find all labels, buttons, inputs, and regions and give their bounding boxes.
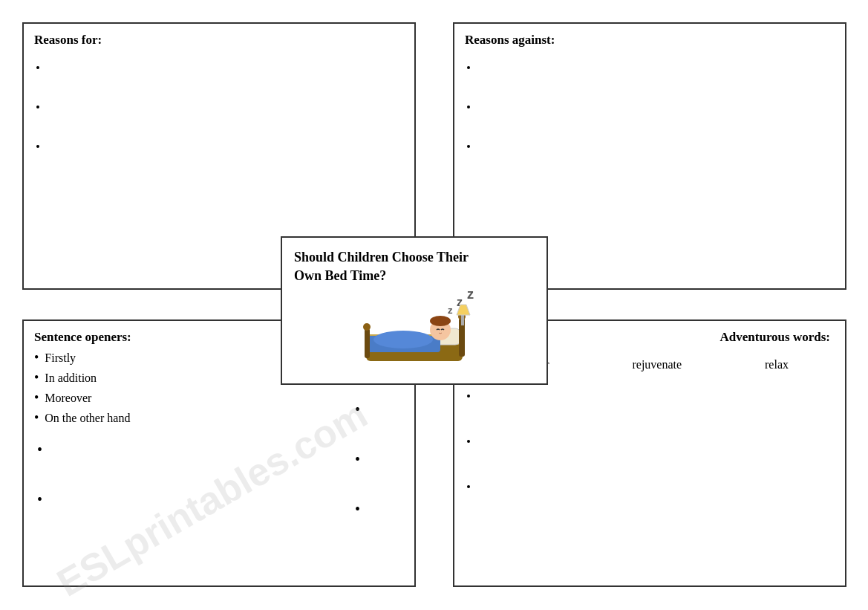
opener-firstly-label: Firstly bbox=[45, 351, 76, 365]
svg-rect-14 bbox=[461, 315, 464, 325]
reasons-against-item-1 bbox=[478, 61, 845, 74]
adv-item-1 bbox=[478, 389, 845, 402]
svg-text:z: z bbox=[448, 305, 453, 316]
blank-bullet-left-2: • bbox=[34, 491, 355, 508]
opener-on-the-other-hand-label: On the other hand bbox=[45, 412, 130, 425]
bullet-dot-1: • bbox=[34, 351, 39, 364]
svg-point-4 bbox=[373, 331, 433, 348]
reasons-against-item-2 bbox=[478, 100, 845, 113]
reasons-against-list bbox=[454, 53, 845, 152]
reasons-for-item-1 bbox=[48, 61, 414, 74]
reasons-against-item-3 bbox=[478, 140, 845, 152]
svg-point-10 bbox=[363, 323, 371, 331]
opener-moreover-label: Moreover bbox=[45, 392, 91, 405]
adventurous-words-list bbox=[454, 382, 845, 493]
blank-bullet-left-1: • bbox=[34, 441, 355, 458]
bullet-dot-3: • bbox=[34, 391, 39, 404]
center-title-box: Should Children Choose Their Own Bed Tim… bbox=[281, 236, 548, 385]
worksheet-page: ESLprintables.com Reasons for: Reasons a… bbox=[0, 0, 868, 610]
reasons-for-title: Reasons for: bbox=[24, 24, 414, 53]
reasons-for-item-2 bbox=[48, 100, 414, 113]
center-title-text: Should Children Choose Their Own Bed Tim… bbox=[294, 248, 469, 285]
adv-item-3 bbox=[478, 480, 845, 493]
adv-item-2 bbox=[478, 435, 845, 447]
sleeping-boy-illustration: z z z bbox=[344, 290, 485, 374]
reasons-for-item-3 bbox=[48, 140, 414, 152]
reasons-for-list bbox=[24, 53, 414, 152]
vocab-word-rejuvenate: rejuvenate bbox=[632, 358, 682, 371]
opener-in-addition-label: In addition bbox=[45, 371, 97, 385]
vocab-word-relax: relax bbox=[765, 358, 789, 371]
svg-rect-9 bbox=[365, 328, 370, 358]
reasons-against-title: Reasons against: bbox=[454, 24, 845, 53]
svg-text:z: z bbox=[467, 290, 474, 302]
svg-point-6 bbox=[430, 316, 451, 326]
opener-on-the-other-hand: • On the other hand bbox=[34, 411, 355, 425]
bullet-dot-2: • bbox=[34, 371, 39, 384]
opener-moreover: • Moreover bbox=[34, 391, 355, 405]
bullet-dot-4: • bbox=[34, 411, 39, 424]
